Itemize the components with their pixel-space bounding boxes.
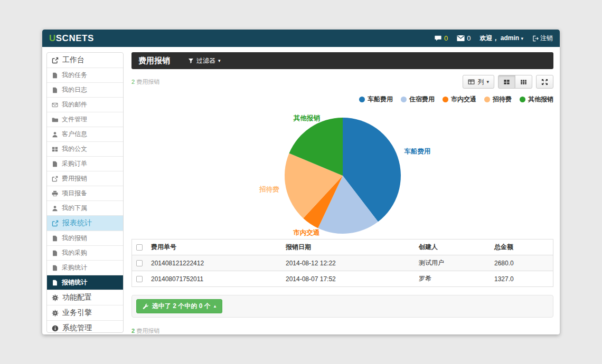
brand-rest: SCNETS bbox=[56, 33, 94, 43]
mail-button[interactable]: 0 bbox=[457, 34, 471, 42]
envelope-icon bbox=[52, 102, 58, 108]
sidebar-item-7[interactable]: 采购订单 bbox=[47, 156, 123, 171]
print-icon bbox=[52, 190, 58, 197]
sidebar-item-14[interactable]: 采购统计 bbox=[47, 260, 123, 275]
legend-item-1[interactable]: 住宿费用 bbox=[401, 95, 435, 104]
sidebar-item-4[interactable]: 文件管理 bbox=[47, 112, 123, 127]
fullscreen-button[interactable] bbox=[536, 75, 553, 89]
row-checkbox[interactable] bbox=[136, 260, 143, 266]
navbar-right: 0 0 欢迎， admin ▾ 注销 bbox=[434, 34, 553, 43]
sidebar-item-2[interactable]: 我的日志 bbox=[47, 82, 123, 97]
file-icon bbox=[52, 161, 58, 167]
result-count-label: 费用报销 bbox=[136, 328, 159, 334]
legend-dot bbox=[443, 97, 448, 102]
sidebar-item-label: 我的报销 bbox=[62, 234, 87, 243]
sidebar-item-11[interactable]: 报表统计 bbox=[47, 215, 123, 231]
row-checkbox[interactable] bbox=[136, 276, 143, 282]
chat-bubble-icon bbox=[434, 35, 442, 42]
chevron-up-icon: ▴ bbox=[214, 304, 217, 309]
columns-icon bbox=[468, 79, 475, 85]
legend-label: 招待费 bbox=[493, 95, 512, 104]
chevron-down-icon: ▾ bbox=[521, 36, 523, 41]
wrench-icon bbox=[143, 303, 149, 310]
sidebar-item-18[interactable]: 系统管理 bbox=[47, 320, 123, 333]
chevron-down-icon: ▾ bbox=[486, 80, 489, 84]
user-menu[interactable]: 欢迎， admin ▾ bbox=[479, 34, 523, 43]
table-body: 2014081212224122014-08-12 12:22测试用户2680.… bbox=[132, 255, 553, 287]
select-all-checkbox[interactable] bbox=[136, 244, 143, 251]
column-header: 报销日期 bbox=[281, 240, 415, 255]
folder-icon bbox=[52, 117, 58, 123]
brand-first-letter: U bbox=[49, 33, 56, 43]
mail-count: 0 bbox=[467, 34, 471, 42]
table-cell: 2680.0 bbox=[490, 255, 553, 271]
sidebar-item-0[interactable]: 工作台 bbox=[47, 53, 123, 68]
expense-table: 费用单号报销日期创建人总金额 2014081212224122014-08-12… bbox=[131, 239, 553, 287]
selection-actions-button[interactable]: 选中了 2 个中的 0 个 ▴ bbox=[136, 299, 222, 313]
result-count-label: 费用报销 bbox=[136, 79, 159, 85]
sidebar-item-label: 我的采购 bbox=[62, 248, 87, 257]
sidebar-item-label: 文件管理 bbox=[62, 115, 87, 124]
table-header-row: 费用单号报销日期创建人总金额 bbox=[132, 240, 553, 255]
username: admin bbox=[501, 34, 519, 42]
messages-count: 0 bbox=[444, 34, 448, 42]
sidebar-item-5[interactable]: 客户信息 bbox=[47, 127, 123, 141]
file-icon bbox=[52, 265, 58, 271]
welcome-text: 欢迎， bbox=[479, 34, 498, 42]
sidebar-item-3[interactable]: 我的邮件 bbox=[47, 97, 123, 112]
legend-label: 住宿费用 bbox=[409, 95, 435, 104]
layout-toggle-group bbox=[498, 75, 532, 89]
sidebar-item-9[interactable]: 项目报备 bbox=[47, 186, 123, 200]
sidebar: 工作台我的任务我的日志我的邮件文件管理客户信息我的公文采购订单费用报销项目报备我… bbox=[46, 52, 124, 333]
sidebar-item-17[interactable]: 业务引擎 bbox=[47, 305, 123, 320]
sidebar-item-10[interactable]: 我的下属 bbox=[47, 200, 123, 215]
share-icon bbox=[52, 220, 59, 227]
table-cell: 1327.0 bbox=[490, 271, 553, 287]
logout-label: 注销 bbox=[540, 34, 553, 43]
envelope-icon bbox=[457, 35, 465, 42]
legend-item-3[interactable]: 招待费 bbox=[484, 95, 512, 104]
sidebar-item-16[interactable]: 功能配置 bbox=[47, 290, 123, 305]
table-row-1[interactable]: 2014080717520112014-08-07 17:52罗希1327.0 bbox=[132, 271, 553, 287]
sidebar-item-13[interactable]: 我的采购 bbox=[47, 245, 123, 260]
sidebar-item-label: 项目报备 bbox=[62, 189, 87, 198]
messages-button[interactable]: 0 bbox=[434, 34, 448, 42]
result-count-bottom: 2 费用报销 bbox=[131, 327, 553, 334]
share-icon bbox=[52, 176, 58, 182]
file-icon bbox=[52, 280, 58, 286]
expand-arrows-icon bbox=[541, 79, 548, 85]
legend-item-4[interactable]: 其他报销 bbox=[520, 95, 553, 104]
sidebar-item-label: 客户信息 bbox=[62, 130, 87, 139]
sidebar-item-12[interactable]: 我的报销 bbox=[47, 231, 123, 245]
list-view-button[interactable] bbox=[515, 75, 532, 89]
share-icon bbox=[52, 57, 59, 64]
table-cell: 201408071752011 bbox=[147, 271, 281, 287]
table-cell: 2014-08-07 17:52 bbox=[281, 271, 415, 287]
sidebar-item-label: 采购统计 bbox=[62, 263, 87, 272]
gear-icon bbox=[52, 294, 59, 301]
filter-label: 过滤器 bbox=[196, 56, 215, 65]
sidebar-item-15[interactable]: 报销统计 bbox=[47, 275, 123, 290]
pie-chart: 车船费用市内交通招待费其他报销 bbox=[131, 105, 553, 237]
logout-button[interactable]: 注销 bbox=[532, 34, 553, 43]
sidebar-item-label: 功能配置 bbox=[62, 293, 92, 302]
filter-dropdown[interactable]: 过滤器 ▾ bbox=[188, 56, 221, 65]
sidebar-item-8[interactable]: 费用报销 bbox=[47, 171, 123, 186]
pie-slice-label: 车船费用 bbox=[405, 148, 431, 155]
main-content: 费用报销 过滤器 ▾ 2 费用报销 列 ▾ bbox=[131, 52, 553, 334]
column-header: 创建人 bbox=[415, 240, 490, 255]
legend-item-0[interactable]: 车船费用 bbox=[359, 95, 393, 104]
sign-out-icon bbox=[532, 35, 539, 42]
table-row-0[interactable]: 2014081212224122014-08-12 12:22测试用户2680.… bbox=[132, 255, 553, 271]
brand-logo[interactable]: USCNETS bbox=[49, 33, 94, 44]
grid-view-button[interactable] bbox=[498, 75, 515, 89]
columns-button-label: 列 bbox=[477, 78, 484, 87]
legend-item-2[interactable]: 市内交通 bbox=[443, 95, 476, 104]
table-cell: 测试用户 bbox=[415, 255, 490, 271]
sidebar-item-6[interactable]: 我的公文 bbox=[47, 141, 123, 156]
page-header-bar: 费用报销 过滤器 ▾ bbox=[131, 52, 553, 69]
grid-icon bbox=[52, 146, 58, 152]
sidebar-item-1[interactable]: 我的任务 bbox=[47, 68, 123, 82]
columns-button[interactable]: 列 ▾ bbox=[463, 75, 494, 89]
info-icon bbox=[52, 325, 59, 332]
